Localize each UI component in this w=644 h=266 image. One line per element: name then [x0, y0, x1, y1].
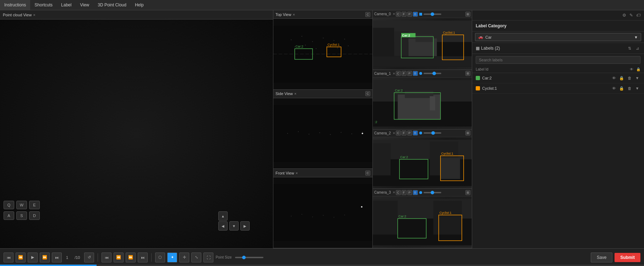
top-view-close[interactable]: ×	[293, 12, 295, 17]
camera-2-c-btn[interactable]: C	[396, 131, 401, 135]
tag-icon[interactable]: 🏷	[635, 12, 642, 19]
side-view-title: Side View	[275, 92, 293, 96]
right-panel-top-icons: ⚙ ✎ 🏷	[472, 10, 644, 21]
pointcloud-canvas[interactable]: Car:2 Q W E A S D	[0, 20, 273, 248]
top-view-c-btn[interactable]: C	[365, 12, 370, 17]
front-view-content[interactable]	[273, 177, 372, 248]
step-next-btn[interactable]: ⏩	[126, 253, 136, 262]
menu-instructions[interactable]: Instructions	[0, 0, 30, 10]
camera-1-b-btn[interactable]: B	[413, 71, 418, 76]
camera-1-f-btn[interactable]: F	[402, 71, 406, 76]
camera-2-close[interactable]: ×	[393, 131, 395, 135]
resize-tool[interactable]: ⤡	[191, 253, 201, 262]
menu-help[interactable]: Help	[131, 0, 148, 10]
arrow-down[interactable]: ▼	[229, 221, 239, 231]
cyclist-expand-icon[interactable]: ▼	[634, 85, 640, 92]
cyclist-hide-icon[interactable]: 👁	[611, 85, 617, 92]
camera-3-maximize[interactable]: ⊞	[465, 190, 470, 195]
refresh-btn[interactable]: ↺	[84, 253, 94, 262]
camera-2-f-btn[interactable]: F	[402, 131, 406, 135]
top-view-svg: Car:2 Cyclist:1	[273, 19, 372, 89]
side-view-content[interactable]	[273, 98, 372, 169]
skip-start-btn[interactable]: ⏮	[4, 253, 13, 262]
prev-btn[interactable]: ⏪	[16, 253, 26, 262]
side-view-close[interactable]: ×	[294, 92, 296, 96]
edit-icon[interactable]: ✎	[628, 12, 635, 19]
camera-0-b-btn[interactable]: B	[413, 12, 418, 17]
arrow-up[interactable]: ▲	[218, 211, 228, 221]
camera-2-maximize[interactable]: ⊞	[465, 131, 470, 135]
active-tool[interactable]: ✦	[167, 253, 177, 262]
side-view-titlebar: Side View × C	[273, 90, 372, 98]
top-view-content[interactable]: Car:2 Cyclist:1	[273, 19, 372, 89]
menu-view[interactable]: View	[76, 0, 93, 10]
submit-button[interactable]: Submit	[615, 253, 640, 262]
svg-point-188	[319, 132, 320, 133]
camera-panel: Camera_0 × C F P B ⊞	[373, 10, 472, 248]
camera-1-p-btn[interactable]: P	[407, 71, 412, 76]
front-view-c-btn[interactable]: C	[365, 171, 370, 176]
menubar: Instructions Shortcuts Label View 3D Poi…	[0, 0, 644, 10]
category-dropdown[interactable]: 🚗 Car ▼	[475, 33, 641, 41]
svg-rect-205	[373, 28, 394, 56]
camera-1-c-btn[interactable]: C	[396, 71, 401, 76]
camera-2-b-btn[interactable]: B	[413, 131, 418, 135]
camera-3-b-btn[interactable]: B	[413, 190, 418, 195]
settings-icon[interactable]: ⚙	[621, 12, 628, 19]
camera-2-p-btn[interactable]: P	[407, 131, 412, 135]
skip-end-btn[interactable]: ⏭	[52, 253, 62, 262]
camera-3-c-btn[interactable]: C	[396, 190, 401, 195]
play-btn[interactable]: ▶	[28, 253, 38, 262]
car-expand-icon[interactable]: ▼	[634, 75, 640, 81]
arrow-left[interactable]: ◀	[218, 221, 228, 231]
cube-tool[interactable]: ⬡	[155, 253, 165, 262]
save-button[interactable]: Save	[591, 253, 612, 262]
cyclist-delete-icon[interactable]: 🗑	[626, 85, 633, 92]
pointcloud-title: Point cloud View	[3, 13, 32, 17]
camera-3-title: Camera_3	[374, 190, 391, 194]
filter-sort-icon[interactable]: ⇅	[626, 45, 633, 51]
front-view-svg	[273, 177, 372, 248]
kbd-q: Q	[4, 201, 14, 209]
camera-0-maximize[interactable]: ⊞	[465, 12, 470, 17]
next-btn[interactable]: ⏩	[40, 253, 50, 262]
camera-0-f-btn[interactable]: F	[402, 12, 406, 17]
labels-table-header: Label Id 👁 🔒	[472, 66, 644, 73]
camera-1-maximize[interactable]: ⊞	[465, 71, 470, 76]
svg-point-173	[294, 46, 295, 47]
labels-section-header: ▦ Labels (2) ⇅ ⊿	[472, 43, 644, 54]
point-size-slider[interactable]	[235, 257, 263, 258]
fullscreen-tool[interactable]: ⛶	[203, 253, 213, 262]
prev-prev-btn[interactable]: ⏮	[102, 253, 111, 262]
camera-1-close[interactable]: ×	[393, 72, 395, 76]
move-tool[interactable]: ✛	[179, 253, 189, 262]
next-next-btn[interactable]: ⏭	[138, 253, 148, 262]
menu-shortcuts[interactable]: Shortcuts	[30, 0, 57, 10]
car-lock-icon[interactable]: 🔒	[618, 75, 625, 81]
search-labels-input[interactable]	[476, 56, 640, 64]
car-hide-icon[interactable]: 👁	[611, 75, 617, 81]
svg-text::2: :2	[375, 120, 377, 123]
camera-0-c-btn[interactable]: C	[396, 12, 401, 17]
side-view-c-btn[interactable]: C	[365, 91, 370, 96]
front-view-close[interactable]: ×	[295, 171, 298, 175]
camera-0-image: Car:2 Cyclist:1	[373, 18, 472, 70]
camera-0-close[interactable]: ×	[393, 12, 395, 16]
menu-label[interactable]: Label	[57, 0, 76, 10]
menu-3dpointcloud[interactable]: 3D Point Cloud	[93, 0, 131, 10]
pointcloud-close[interactable]: ×	[33, 13, 35, 17]
svg-rect-238	[433, 201, 462, 234]
camera-3-p-btn[interactable]: P	[407, 190, 412, 195]
camera-1-image: Car:2 :2	[373, 78, 472, 129]
front-view-title: Front View	[275, 171, 294, 175]
step-prev-btn[interactable]: ⏪	[114, 253, 124, 262]
camera-3-f-btn[interactable]: F	[402, 190, 406, 195]
camera-0-p-btn[interactable]: P	[407, 12, 412, 17]
lock-icon: 🔒	[636, 67, 640, 71]
car-delete-icon[interactable]: 🗑	[626, 75, 633, 81]
pointcloud-bg	[0, 20, 273, 248]
camera-3-close[interactable]: ×	[393, 190, 395, 194]
arrow-right[interactable]: ▶	[240, 221, 250, 231]
cyclist-lock-icon[interactable]: 🔒	[618, 85, 625, 92]
filter-icon[interactable]: ⊿	[634, 45, 640, 51]
